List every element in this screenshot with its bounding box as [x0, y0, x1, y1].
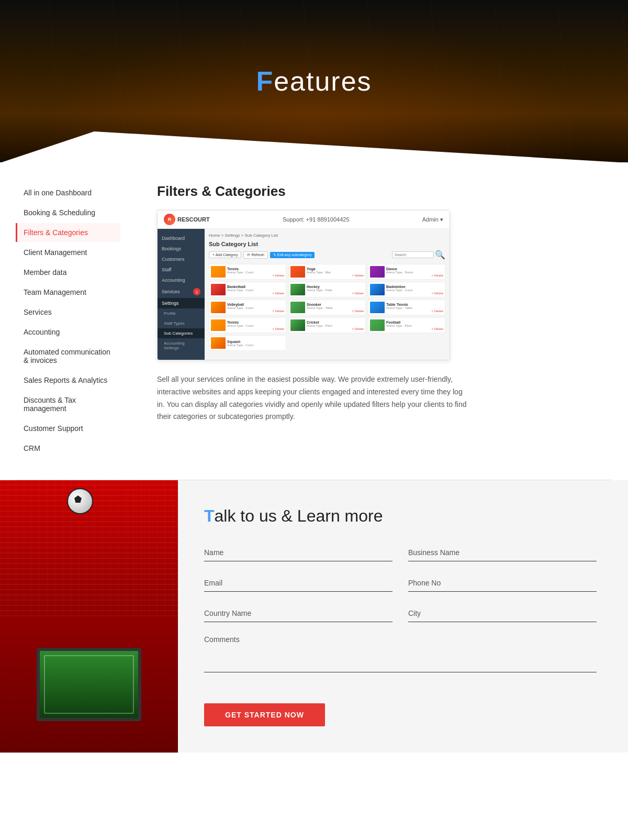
card-img-yoga — [290, 266, 305, 278]
submit-button[interactable]: GET STARTED NOW — [204, 703, 325, 726]
screenshot-body: Dashboard Bookings Customers Staff Accou… — [158, 229, 450, 360]
country-field — [204, 605, 392, 622]
card-info-squash: Squash Arena Type : Court — [227, 340, 284, 347]
phone-input[interactable] — [408, 574, 597, 592]
form-title-accent: T — [204, 506, 215, 525]
ss-item-sub-categories: Sub Categories — [158, 328, 205, 338]
name-input[interactable] — [204, 544, 392, 561]
edit-subcategory-btn[interactable]: ✎ Edit any subcategory — [270, 252, 315, 258]
main-content: All in one Dashboard Booking & Schedulin… — [0, 162, 628, 480]
sidebar-item-dashboard[interactable]: All in one Dashboard — [16, 183, 120, 202]
card-info-dance: Dance Arena Type : Room × Delete — [386, 267, 443, 277]
email-input[interactable] — [204, 574, 392, 592]
page-title: Features — [256, 65, 372, 97]
name-field — [204, 544, 392, 561]
soccer-ball — [67, 488, 93, 514]
card-img-cricket — [290, 319, 305, 331]
tv-screen — [40, 651, 138, 718]
card-info-snooker: Snooker Arena Type : Table × Delete — [307, 303, 364, 313]
sidebar-item-member[interactable]: Member data — [16, 263, 120, 282]
sidebar-item-discounts[interactable]: Discounts & Tax management — [16, 391, 120, 418]
categories-grid: Tennis Arena Type : Court × Delete Yoga … — [209, 264, 445, 333]
card-info-badminton: Badminton Arena Type : Court × Delete — [386, 285, 443, 295]
feature-content: Filters & Categories R RESCOURT Support:… — [136, 183, 618, 459]
ss-item-staff: Staff — [158, 264, 205, 275]
card-info-yoga: Yoga Arena Type : Mat × Delete — [307, 267, 364, 277]
comments-field: Comments — [204, 635, 597, 675]
sidebar-item-automated[interactable]: Automated communication & invoices — [16, 342, 120, 370]
screenshot-main: Home > Settings > Sub Category List Sub … — [205, 229, 450, 360]
card-dance: Dance Arena Type : Room × Delete — [368, 264, 445, 280]
email-field — [204, 574, 392, 592]
card-img-badminton — [370, 284, 385, 295]
sidebar-item-team[interactable]: Team Management — [16, 283, 120, 302]
support-text: Support: +91 8891004425 — [283, 216, 350, 223]
comments-textarea[interactable] — [204, 646, 597, 672]
comments-row: Comments — [204, 635, 597, 675]
form-row-name — [204, 544, 597, 561]
screenshot-logo: R RESCOURT — [164, 214, 210, 225]
screenshot-sidebar: Dashboard Bookings Customers Staff Accou… — [158, 229, 205, 360]
sidebar-item-services[interactable]: Services — [16, 303, 120, 322]
card-img-hockey — [290, 284, 305, 295]
bottom-image — [0, 480, 178, 753]
ss-item-accounting: Accounting — [158, 275, 205, 285]
card-info-basketball: Basketball Arena Type : Court × Delete — [227, 285, 284, 295]
card-info-hockey: Hockey Arena Type : Field × Delete — [307, 285, 364, 295]
country-input[interactable] — [204, 605, 392, 622]
search-container: 🔍 — [392, 250, 445, 260]
card-info-volleyball: Volleyball Arena Type : Court × Delete — [227, 303, 284, 313]
screenshot-heading: Sub Category List — [209, 241, 445, 247]
sidebar-item-sales[interactable]: Sales Reports & Analytics — [16, 371, 120, 390]
hero-section: Features — [0, 0, 628, 162]
sidebar-item-support[interactable]: Customer Support — [16, 419, 120, 438]
title-accent-letter: F — [256, 66, 274, 96]
card-football: Football Arena Type : Pitch × Delete — [368, 317, 445, 333]
card-img-basketball — [211, 284, 226, 295]
card-cricket: Cricket Arena Type : Pitch × Delete — [288, 317, 366, 333]
form-title: Talk to us & Learn more — [204, 506, 597, 526]
sidebar-item-client[interactable]: Client Management — [16, 243, 120, 262]
screenshot-toolbar: + Add Category ⟳ Refresh ✎ Edit any subc… — [209, 250, 445, 260]
phone-field — [408, 574, 597, 592]
card-hockey: Hockey Arena Type : Field × Delete — [288, 282, 366, 297]
search-icon: 🔍 — [435, 250, 445, 260]
tv-field-lines — [44, 655, 134, 714]
sidebar-item-accounting[interactable]: Accounting — [16, 323, 120, 341]
card-snooker: Snooker Arena Type : Table × Delete — [288, 300, 366, 315]
ss-item-accounting-settings: Accounting Settings — [158, 338, 205, 353]
screenshot-breadcrumb: Home > Settings > Sub Category List — [209, 233, 445, 238]
ss-item-settings: Settings — [158, 298, 205, 308]
card-squash: Squash Arena Type : Court — [209, 335, 286, 351]
card-img-football — [370, 319, 385, 331]
card-basketball: Basketball Arena Type : Court × Delete — [209, 282, 286, 297]
business-name-field — [408, 544, 597, 561]
services-badge: 1 — [193, 288, 200, 295]
form-row-contact — [204, 574, 597, 592]
card-img-squash — [211, 337, 226, 349]
card-img-snooker — [290, 302, 305, 313]
feature-screenshot: R RESCOURT Support: +91 8891004425 Admin… — [157, 210, 450, 360]
card-img-tennis — [211, 266, 226, 278]
card-img-dance — [370, 266, 385, 278]
admin-text: Admin ▾ — [422, 216, 443, 223]
sidebar-item-crm[interactable]: CRM — [16, 439, 120, 458]
city-input[interactable] — [408, 605, 597, 622]
refresh-btn[interactable]: ⟳ Refresh — [243, 251, 267, 259]
card-yoga: Yoga Arena Type : Mat × Delete — [288, 264, 366, 280]
comments-label: Comments — [204, 635, 597, 644]
add-category-btn[interactable]: + Add Category — [209, 251, 241, 258]
card-img-volleyball — [211, 302, 226, 313]
form-row-location — [204, 605, 597, 622]
ss-item-customers: Customers — [158, 254, 205, 264]
business-name-input[interactable] — [408, 544, 597, 561]
screenshot-header: R RESCOURT Support: +91 8891004425 Admin… — [158, 211, 450, 229]
bottom-section: Talk to us & Learn more — [0, 480, 628, 753]
search-input[interactable] — [392, 251, 434, 258]
sidebar-item-booking[interactable]: Booking & Scheduling — [16, 203, 120, 222]
sidebar-item-filters[interactable]: Filters & Categories — [16, 223, 120, 242]
card-info-football: Football Arena Type : Pitch × Delete — [386, 320, 443, 330]
card-img-tennis2 — [211, 319, 226, 331]
ss-item-profile: Profile — [158, 308, 205, 318]
card-volleyball: Volleyball Arena Type : Court × Delete — [209, 300, 286, 315]
